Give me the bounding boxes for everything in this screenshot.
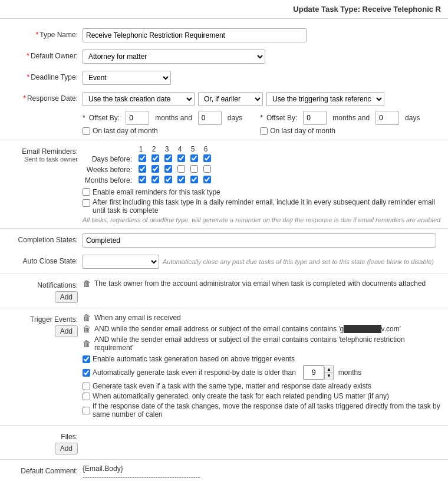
weeks-check-1[interactable] xyxy=(139,165,146,173)
type-name-label: *Type Name: xyxy=(6,28,83,39)
days-label-2: days xyxy=(405,114,420,122)
trigger-item-3: 🗑 AND while the sender email address or … xyxy=(83,335,442,352)
files-section: Files: Add xyxy=(0,427,448,458)
trigger-item-1: 🗑 When any email is received xyxy=(83,313,442,322)
notifications-add-button[interactable]: Add xyxy=(55,291,78,303)
trigger-text-1: When any email is received xyxy=(94,314,181,322)
enable-email-checkbox[interactable] xyxy=(83,188,90,196)
weeks-check-6[interactable] xyxy=(203,165,211,173)
trigger-delete-icon-3[interactable]: 🗑 xyxy=(83,339,91,348)
on-last-day-label-2: On last day of month xyxy=(270,127,335,135)
auto-close-select[interactable] xyxy=(83,255,159,269)
months-check-4[interactable] xyxy=(177,176,185,183)
enable-auto-checkbox[interactable] xyxy=(83,355,90,363)
days-check-3[interactable] xyxy=(164,154,172,162)
on-last-day-label-1: On last day of month xyxy=(93,127,158,135)
notification-delete-icon[interactable]: 🗑 xyxy=(83,279,91,288)
auto-generate-checkbox[interactable] xyxy=(83,369,90,377)
offset-months-input-2[interactable] xyxy=(303,111,327,125)
auto-close-row: Auto Close State: Automatically close an… xyxy=(0,251,448,272)
files-add-button[interactable]: Add xyxy=(55,443,78,454)
stepper-buttons: ▲ ▼ xyxy=(324,367,333,379)
trigger-events-add-button[interactable]: Add xyxy=(55,325,78,337)
months-check-1[interactable] xyxy=(139,176,146,183)
response-date-label: *Response Date: xyxy=(6,92,83,103)
reminder-num-3: 3 xyxy=(160,145,173,153)
default-owner-label: *Default Owner: xyxy=(6,50,83,60)
months-stepper: ▲ ▼ xyxy=(303,365,334,380)
trigger-item-2: 🗑 AND while the sender email address or … xyxy=(83,324,442,334)
trigger-delete-icon-2[interactable]: 🗑 xyxy=(83,324,91,334)
completion-states-input[interactable] xyxy=(83,233,436,248)
on-last-day-checkbox-1[interactable] xyxy=(83,127,90,135)
type-name-content xyxy=(83,28,442,42)
reminder-num-6: 6 xyxy=(199,145,212,153)
reminder-num-2: 2 xyxy=(147,145,160,153)
page-title: Update Task Type: Receive Telephonic R xyxy=(293,5,441,14)
offset-by-label-2: Offset By: xyxy=(266,114,297,122)
after-first-checkbox[interactable] xyxy=(83,199,90,207)
default-comment-section: Default Comment: {Email.Body} ----------… xyxy=(0,461,448,481)
default-owner-content: Attorney for matter Other xyxy=(83,50,442,64)
trigger-text-3: AND while the sender email address or su… xyxy=(94,335,442,352)
notification-text: The task owner from the account administ… xyxy=(94,279,426,288)
auto-close-label: Auto Close State: xyxy=(6,255,83,265)
generate-same-label: Generate task even if a task with the sa… xyxy=(83,382,442,390)
default-owner-row: *Default Owner: Attorney for matter Othe… xyxy=(0,46,448,67)
months-check-2[interactable] xyxy=(151,176,159,183)
auto-close-content: Automatically close any past due tasks o… xyxy=(83,255,442,269)
offset-months-input-1[interactable] xyxy=(126,111,149,125)
notifications-label: Notifications: xyxy=(6,281,78,289)
weeks-check-4[interactable] xyxy=(177,165,185,173)
type-name-input[interactable] xyxy=(83,28,307,42)
type-name-row: *Type Name: xyxy=(0,25,448,46)
months-check-6[interactable] xyxy=(203,176,211,183)
days-check-5[interactable] xyxy=(190,154,198,162)
email-reminders-label: Email Reminders: xyxy=(6,147,78,156)
default-owner-select[interactable]: Attorney for matter Other xyxy=(83,50,265,64)
trigger-delete-icon-1[interactable]: 🗑 xyxy=(83,313,91,322)
weeks-check-2[interactable] xyxy=(151,165,159,173)
offset-days-input-2[interactable] xyxy=(375,111,399,125)
months-label-2: months and xyxy=(332,114,370,122)
reminder-num-5: 5 xyxy=(186,145,199,153)
notification-item: 🗑 The task owner from the account admini… xyxy=(83,279,442,288)
email-reminders-content: 1 2 3 4 5 6 Days before: Weeks before: xyxy=(83,145,442,223)
response-date-select2[interactable]: Use the triggering task reference date xyxy=(266,92,384,106)
or-if-earlier-select[interactable]: Or, if earlier xyxy=(198,92,263,106)
if-response-checkbox[interactable] xyxy=(83,407,90,414)
days-before-row: Days before: xyxy=(83,154,442,164)
weeks-check-5[interactable] xyxy=(190,165,198,173)
after-first-label: After first including this task type in … xyxy=(83,198,442,215)
stepper-up-button[interactable]: ▲ xyxy=(325,367,333,373)
months-check-3[interactable] xyxy=(164,176,172,183)
weeks-check-3[interactable] xyxy=(164,165,172,173)
reminder-num-4: 4 xyxy=(173,145,186,153)
days-check-4[interactable] xyxy=(177,154,185,162)
redacted-text xyxy=(344,325,381,333)
email-reminders-row: Email Reminders: Sent to task owner 1 2 … xyxy=(0,141,448,227)
months-input[interactable] xyxy=(304,365,324,380)
months-check-5[interactable] xyxy=(190,176,198,183)
enable-auto-label: Enable automatic task generation based o… xyxy=(83,355,442,363)
response-date-content: Use the task creation date Or, if earlie… xyxy=(83,92,442,135)
notifications-row: Notifications: Add 🗑 The task owner from… xyxy=(0,275,448,307)
response-date-select1[interactable]: Use the task creation date xyxy=(83,92,195,106)
months-before-label: Months before: xyxy=(83,176,136,185)
months-label-1: months and xyxy=(155,114,192,122)
trigger-events-section: Trigger Events: Add 🗑 When any email is … xyxy=(0,309,448,424)
deadline-type-content: Event Fixed Relative xyxy=(83,71,442,85)
completion-states-content xyxy=(83,233,442,248)
days-check-1[interactable] xyxy=(139,154,146,162)
completion-states-row: Completion States: xyxy=(0,230,448,251)
auto-generate-label: Automatically generate task even if resp… xyxy=(83,365,442,380)
on-last-day-checkbox-2[interactable] xyxy=(260,127,268,135)
stepper-down-button[interactable]: ▼ xyxy=(325,373,333,379)
offset-days-input-1[interactable] xyxy=(198,111,222,125)
response-date-row: *Response Date: Use the task creation da… xyxy=(0,88,448,139)
generate-same-checkbox[interactable] xyxy=(83,383,90,390)
auto-create-checkbox[interactable] xyxy=(83,393,90,400)
deadline-type-select[interactable]: Event Fixed Relative xyxy=(83,71,171,85)
days-check-2[interactable] xyxy=(151,154,159,162)
days-check-6[interactable] xyxy=(203,154,211,162)
